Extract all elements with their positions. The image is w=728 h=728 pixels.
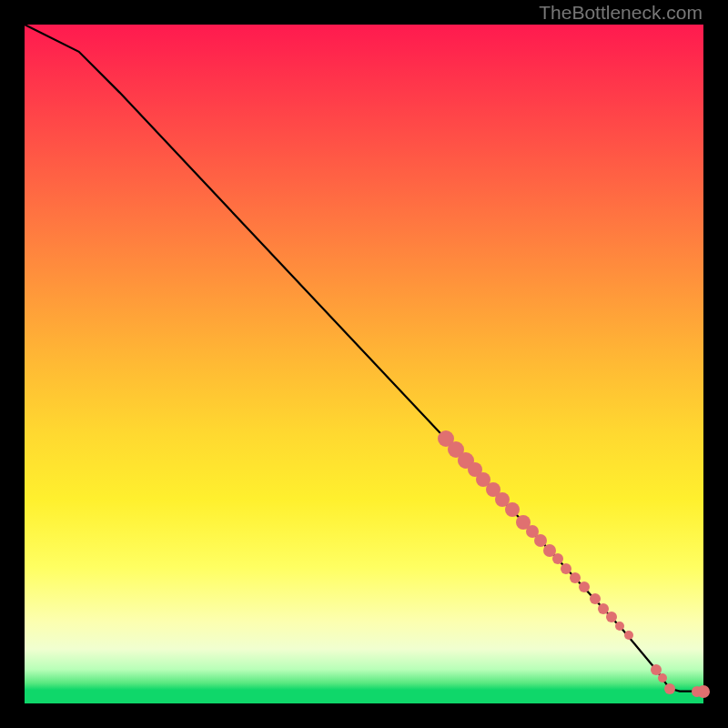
scatter-dot [552,553,563,564]
scatter-dot [658,673,667,682]
scatter-dot [606,612,617,622]
curve-line [25,25,703,703]
scatter-dot [570,572,581,583]
scatter-dot [615,622,624,631]
scatter-dot [590,593,601,604]
scatter-dot [561,563,571,574]
scatter-dot [664,683,675,694]
scatter-dot [624,631,633,640]
scatter-dot [697,685,710,698]
scatter-dot [505,502,520,517]
chart-container: TheBottleneck.com [0,0,728,728]
scatter-dot [579,581,590,592]
watermark-text: TheBottleneck.com [539,2,703,24]
